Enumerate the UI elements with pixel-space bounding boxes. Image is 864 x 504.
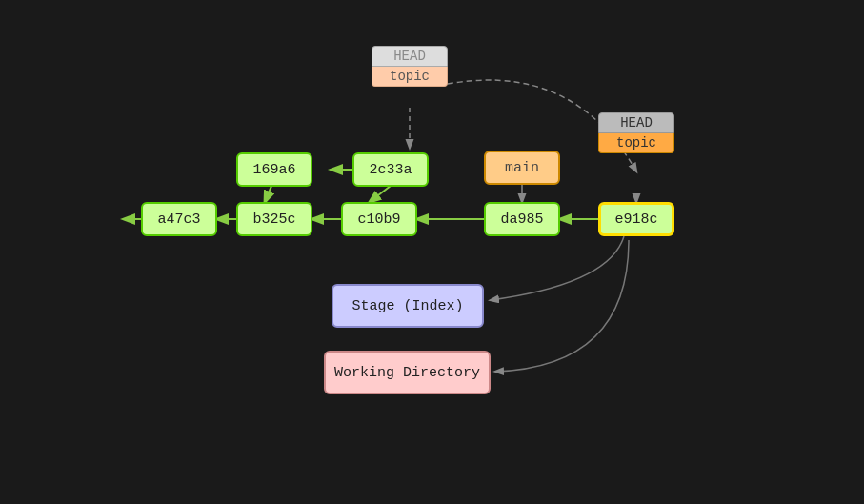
node-169a6: 169a6: [236, 152, 312, 187]
node-c10b9: c10b9: [341, 202, 417, 236]
node-da985: da985: [484, 202, 560, 236]
svg-line-6: [370, 186, 391, 202]
working-directory-box: Working Directory: [324, 351, 491, 394]
head-topic-left-label: HEAD topic: [372, 46, 448, 87]
head-label-left: HEAD: [372, 46, 448, 67]
topic-label-left: topic: [372, 67, 448, 87]
node-a47c3: a47c3: [141, 202, 217, 236]
head-label-right: HEAD: [598, 112, 674, 133]
node-b325c: b325c: [236, 202, 312, 236]
node-main: main: [484, 151, 560, 185]
head-topic-right-label: HEAD topic: [598, 112, 674, 153]
node-2c33a: 2c33a: [352, 152, 429, 187]
topic-label-right: topic: [598, 133, 674, 153]
stage-index-box: Stage (Index): [332, 284, 484, 328]
node-e918c: e918c: [598, 202, 674, 236]
diagram-canvas: HEAD topic HEAD topic 169a6 2c33a main a…: [0, 0, 864, 504]
